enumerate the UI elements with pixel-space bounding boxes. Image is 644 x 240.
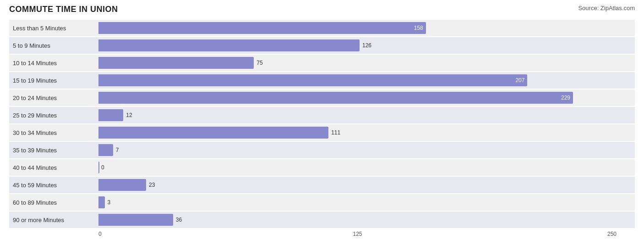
bar-value: 7 xyxy=(116,147,119,153)
bar-label: 35 to 39 Minutes xyxy=(9,147,98,154)
bar-row: 25 to 29 Minutes12 xyxy=(9,107,635,123)
bar-value: 158 xyxy=(414,25,423,31)
bar-container: 126 xyxy=(98,37,635,54)
bar-value: 12 xyxy=(126,112,132,118)
bar: 75 xyxy=(98,57,254,69)
bar-label: 10 to 14 Minutes xyxy=(9,60,98,67)
bar: 0 xyxy=(98,162,99,173)
bar-row: 40 to 44 Minutes0 xyxy=(9,159,635,176)
bar: 7 xyxy=(98,144,113,156)
chart-area: Less than 5 Minutes1585 to 9 Minutes1261… xyxy=(9,20,635,228)
bar-value: 0 xyxy=(101,164,104,171)
bar-container: 12 xyxy=(98,107,635,123)
bar-container: 36 xyxy=(98,212,635,228)
bar: 23 xyxy=(98,179,146,191)
bar: 158 xyxy=(98,22,426,34)
chart-container: COMMUTE TIME IN UNION Source: ZipAtlas.c… xyxy=(9,5,635,240)
bar: 126 xyxy=(98,39,360,51)
bar-container: 229 xyxy=(98,89,635,106)
bar-label: 90 or more Minutes xyxy=(9,217,98,223)
bar-label: 60 to 89 Minutes xyxy=(9,199,98,206)
bar-row: 60 to 89 Minutes3 xyxy=(9,194,635,211)
bar-value: 3 xyxy=(108,199,111,206)
bar-value: 111 xyxy=(331,129,340,136)
bar-label: Less than 5 Minutes xyxy=(9,25,98,32)
bar-row: 15 to 19 Minutes207 xyxy=(9,72,635,89)
bar: 12 xyxy=(98,109,123,121)
bar-label: 15 to 19 Minutes xyxy=(9,77,98,84)
bar-container: 111 xyxy=(98,124,635,141)
bar-container: 158 xyxy=(98,20,635,36)
chart-source: Source: ZipAtlas.com xyxy=(578,5,635,11)
bar-value: 229 xyxy=(561,95,570,101)
bar: 36 xyxy=(98,214,173,226)
bar-label: 30 to 34 Minutes xyxy=(9,129,98,136)
bar-label: 40 to 44 Minutes xyxy=(9,164,98,171)
chart-title: COMMUTE TIME IN UNION xyxy=(9,5,118,14)
chart-header: COMMUTE TIME IN UNION Source: ZipAtlas.c… xyxy=(9,5,635,14)
bar-row: 35 to 39 Minutes7 xyxy=(9,142,635,158)
bar-container: 207 xyxy=(98,72,635,89)
bar-row: 90 or more Minutes36 xyxy=(9,212,635,228)
bar-label: 20 to 24 Minutes xyxy=(9,95,98,101)
x-axis-tick: 125 xyxy=(353,231,362,237)
bar-container: 7 xyxy=(98,142,635,158)
bar-row: Less than 5 Minutes158 xyxy=(9,20,635,36)
bar-value: 23 xyxy=(149,182,155,188)
x-axis-tick: 0 xyxy=(98,231,102,237)
bar-value: 126 xyxy=(362,42,371,49)
bar-label: 45 to 59 Minutes xyxy=(9,182,98,189)
bar-container: 75 xyxy=(98,55,635,71)
x-axis-tick: 250 xyxy=(607,231,617,237)
bar: 111 xyxy=(98,127,328,139)
bar-value: 36 xyxy=(176,217,182,223)
bar: 229 xyxy=(98,92,573,104)
x-axis: 0125250 xyxy=(98,231,635,240)
bar-row: 5 to 9 Minutes126 xyxy=(9,37,635,54)
bar-row: 20 to 24 Minutes229 xyxy=(9,89,635,106)
bar-container: 0 xyxy=(98,159,635,176)
bar-container: 23 xyxy=(98,177,635,193)
bar-container: 3 xyxy=(98,194,635,211)
bar-value: 207 xyxy=(515,77,524,84)
bar: 3 xyxy=(98,196,105,208)
bar-row: 45 to 59 Minutes23 xyxy=(9,177,635,193)
bar: 207 xyxy=(98,74,527,86)
bar-row: 30 to 34 Minutes111 xyxy=(9,124,635,141)
bar-label: 25 to 29 Minutes xyxy=(9,112,98,119)
bar-value: 75 xyxy=(257,60,262,66)
bar-label: 5 to 9 Minutes xyxy=(9,42,98,49)
bar-row: 10 to 14 Minutes75 xyxy=(9,55,635,71)
